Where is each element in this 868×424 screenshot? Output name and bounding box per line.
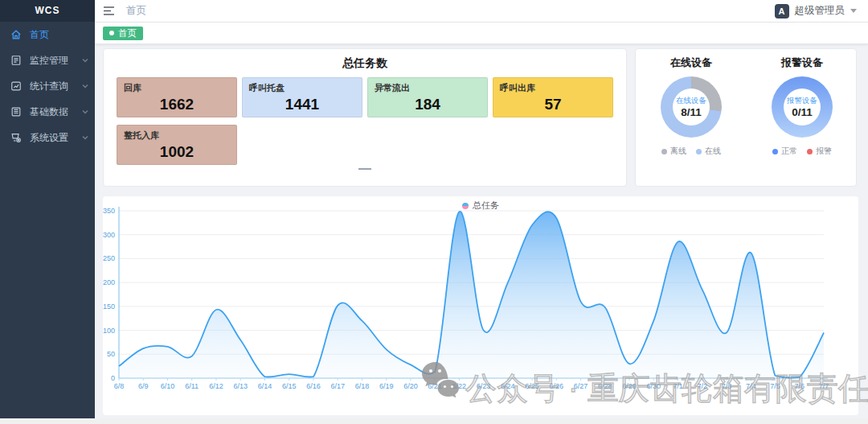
hamburger-icon[interactable] xyxy=(103,6,115,16)
tab-home[interactable]: 首页 xyxy=(103,27,143,40)
chart-icon xyxy=(10,80,22,92)
stat-card-abnormal-out: 异常流出 184 xyxy=(367,77,488,117)
main-area: 首页 A 超级管理员 首页 总任务数 回库 1662 xyxy=(95,0,868,424)
svg-text:6/15: 6/15 xyxy=(282,382,297,390)
svg-text:6/10: 6/10 xyxy=(161,382,175,390)
svg-text:7/6: 7/6 xyxy=(795,382,805,390)
svg-text:6/14: 6/14 xyxy=(258,382,272,390)
caret-down-icon xyxy=(850,9,857,13)
tab-label: 首页 xyxy=(118,27,137,39)
stat-card-pallet-in: 整托入库 1002 xyxy=(117,125,237,165)
svg-text:300: 300 xyxy=(103,231,115,239)
svg-text:6/20: 6/20 xyxy=(403,382,418,390)
sidebar-item-stats[interactable]: 统计查询 xyxy=(0,73,95,99)
svg-text:6/8: 6/8 xyxy=(114,382,125,390)
stat-grid: 回库 1662 呼叫托盘 1441 异常流出 184 呼叫出库 57 xyxy=(117,77,616,165)
chevron-down-icon xyxy=(82,134,88,141)
tab-bar: 首页 xyxy=(95,23,868,44)
online-legend: 离线 在线 xyxy=(636,146,747,157)
svg-text:6/19: 6/19 xyxy=(379,382,394,390)
top-header: 首页 A 超级管理员 xyxy=(95,0,868,23)
app-root: WCS 首页 监控管理 统计查询 xyxy=(0,0,868,424)
area-chart: 0501001502002503003506/86/96/106/116/126… xyxy=(103,196,858,415)
donut-center: 报警设备 0/11 xyxy=(784,89,821,126)
alarm-legend: 正常 报警 xyxy=(747,146,858,157)
svg-text:7/4: 7/4 xyxy=(746,382,756,390)
devices-card: 在线设备 在线设备 8/11 离线 在线 报警设备 xyxy=(635,48,857,187)
online-devices-title: 在线设备 xyxy=(636,56,747,70)
svg-text:6/17: 6/17 xyxy=(330,382,345,390)
svg-text:6/11: 6/11 xyxy=(185,382,199,390)
database-icon xyxy=(10,106,22,117)
app-logo: WCS xyxy=(0,0,95,22)
sidebar-item-label: 系统设置 xyxy=(30,131,68,145)
active-tab-dot xyxy=(109,31,114,35)
svg-text:7/3: 7/3 xyxy=(722,382,732,390)
stat-card-return: 回库 1662 xyxy=(117,77,237,117)
stat-card-call-pallet: 呼叫托盘 1441 xyxy=(242,77,362,117)
svg-text:50: 50 xyxy=(107,350,115,358)
online-devices-panel: 在线设备 在线设备 8/11 离线 在线 xyxy=(636,49,747,157)
svg-text:7/2: 7/2 xyxy=(698,382,708,390)
user-menu[interactable]: A 超级管理员 xyxy=(775,4,858,19)
svg-text:6/22: 6/22 xyxy=(452,382,467,390)
alarm-devices-panel: 报警设备 报警设备 0/11 正常 报警 xyxy=(747,49,858,157)
avatar[interactable]: A xyxy=(775,4,789,19)
svg-text:6/28: 6/28 xyxy=(598,382,612,390)
chevron-down-icon xyxy=(82,57,88,64)
svg-text:7/1: 7/1 xyxy=(673,382,683,390)
task-trend-chart-card: 总任务 0501001502002503003506/86/96/106/116… xyxy=(103,196,858,415)
sidebar-item-monitor[interactable]: 监控管理 xyxy=(0,47,95,73)
svg-text:6/24: 6/24 xyxy=(501,382,515,390)
svg-text:7/5: 7/5 xyxy=(770,382,780,390)
svg-text:6/12: 6/12 xyxy=(209,382,223,390)
total-tasks-card: 总任务数 回库 1662 呼叫托盘 1441 异常流出 184 xyxy=(103,48,627,187)
svg-text:6/13: 6/13 xyxy=(233,382,248,390)
alarm-devices-title: 报警设备 xyxy=(747,56,858,70)
svg-text:6/29: 6/29 xyxy=(622,382,637,390)
sidebar-item-label: 监控管理 xyxy=(30,54,68,68)
alarm-devices-donut: 报警设备 0/11 xyxy=(772,76,833,138)
collapse-indicator[interactable] xyxy=(358,168,371,170)
window-bottom-strip xyxy=(0,418,868,424)
legend-dot xyxy=(772,149,778,154)
online-devices-donut: 在线设备 8/11 xyxy=(661,76,722,138)
svg-text:6/21: 6/21 xyxy=(428,382,442,390)
total-tasks-title: 总任务数 xyxy=(104,56,626,71)
stat-card-call-out: 呼叫出库 57 xyxy=(493,77,613,117)
svg-text:6/30: 6/30 xyxy=(647,382,661,390)
svg-text:6/23: 6/23 xyxy=(477,382,491,390)
svg-text:6/9: 6/9 xyxy=(138,382,149,390)
legend-dot xyxy=(807,149,813,154)
sidebar-item-label: 统计查询 xyxy=(30,80,68,93)
svg-text:200: 200 xyxy=(103,278,115,286)
sidebar-nav: 首页 监控管理 统计查询 xyxy=(0,22,95,150)
chevron-down-icon xyxy=(82,109,88,115)
svg-text:350: 350 xyxy=(103,207,115,215)
sidebar-item-label: 首页 xyxy=(30,28,49,42)
sidebar-item-label: 基础数据 xyxy=(30,105,68,119)
settings-icon xyxy=(10,132,22,143)
svg-text:150: 150 xyxy=(103,303,115,311)
svg-text:0: 0 xyxy=(111,374,115,382)
svg-text:6/18: 6/18 xyxy=(355,382,370,390)
sidebar: WCS 首页 监控管理 统计查询 xyxy=(0,0,95,418)
sidebar-item-settings[interactable]: 系统设置 xyxy=(0,125,95,150)
chevron-down-icon xyxy=(82,83,88,89)
svg-text:6/26: 6/26 xyxy=(550,382,564,390)
legend-dot xyxy=(696,149,702,154)
svg-text:6/27: 6/27 xyxy=(574,382,588,390)
username: 超级管理员 xyxy=(795,4,845,18)
monitor-icon xyxy=(10,55,22,66)
dashboard-content: 总任务数 回库 1662 呼叫托盘 1441 异常流出 184 xyxy=(95,45,868,424)
svg-text:250: 250 xyxy=(103,254,115,262)
donut-center: 在线设备 8/11 xyxy=(673,89,710,126)
svg-text:100: 100 xyxy=(103,327,115,335)
legend-dot xyxy=(661,149,667,154)
home-icon xyxy=(10,29,22,40)
sidebar-item-home[interactable]: 首页 xyxy=(0,22,95,47)
sidebar-item-basicdata[interactable]: 基础数据 xyxy=(0,99,95,125)
svg-text:6/16: 6/16 xyxy=(306,382,321,390)
breadcrumb[interactable]: 首页 xyxy=(126,4,146,18)
svg-text:6/25: 6/25 xyxy=(525,382,539,390)
